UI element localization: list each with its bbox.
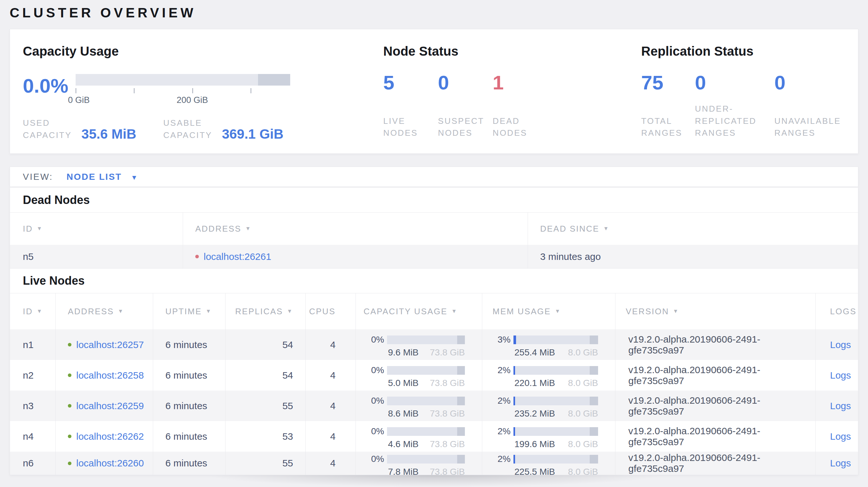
node-address-link[interactable]: localhost:26257 <box>76 339 144 350</box>
capacity-total: 73.8 GiB <box>430 378 465 388</box>
dead-nodes-label: NODES <box>493 127 547 139</box>
mem-total: 8.0 GiB <box>568 409 598 419</box>
node-replicas: 53 <box>225 421 305 452</box>
node-id: n3 <box>10 390 55 421</box>
node-mem-usage: 3% 255.4 MiB 8.0 GiB <box>482 329 615 360</box>
live-status-dot-icon <box>68 343 71 347</box>
node-address-link[interactable]: localhost:26258 <box>76 370 144 381</box>
dead-node-dead-since: 3 minutes ago <box>528 245 858 268</box>
sort-icon: ▼ <box>287 308 293 315</box>
node-replicas: 55 <box>225 452 305 475</box>
live-status-dot-icon <box>68 434 71 438</box>
node-logs-cell: Logs <box>815 390 858 421</box>
cluster-summary-card: Capacity Usage 0.0% 0 GiB 200 GiB <box>10 29 858 154</box>
total-ranges-label: RANGES <box>641 127 695 139</box>
node-capacity-usage: 0% 9.6 MiB 73.8 GiB <box>355 329 482 360</box>
node-version: v19.2.0-alpha.20190606-2491-gfe735c9a97 <box>615 360 815 390</box>
logs-link[interactable]: Logs <box>830 458 851 469</box>
node-address-link[interactable]: localhost:26260 <box>76 458 144 469</box>
total-ranges-count: 75 <box>641 73 695 93</box>
used-capacity-label: CAPACITY <box>23 129 72 141</box>
dead-col-header-id[interactable]: ID ▼ <box>10 213 183 245</box>
node-logs-cell: Logs <box>815 329 858 360</box>
node-logs-cell: Logs <box>815 360 858 390</box>
mem-used: 220.1 MiB <box>515 378 555 388</box>
dropdown-caret-icon[interactable]: ▼ <box>131 174 138 182</box>
node-address-cell: localhost:26262 <box>55 421 153 452</box>
capacity-percent: 0% <box>362 334 384 345</box>
capacity-percent: 0% <box>362 426 384 436</box>
node-address-cell: localhost:26260 <box>55 452 153 475</box>
dead-col-header-address[interactable]: ADDRESS ▼ <box>183 213 528 245</box>
view-dropdown[interactable]: NODE LIST <box>67 172 122 182</box>
live-col-header-cpus[interactable]: CPUS <box>305 293 355 329</box>
axis-tick <box>251 88 251 93</box>
dead-col-header-dead-since[interactable]: DEAD SINCE ▼ <box>528 213 858 245</box>
capacity-bar <box>387 335 465 344</box>
capacity-total: 73.8 GiB <box>430 467 465 477</box>
node-status-title: Node Status <box>383 44 641 59</box>
mem-bar <box>514 335 598 344</box>
node-capacity-usage: 0% 7.8 MiB 73.8 GiB <box>355 452 482 475</box>
live-nodes-label: LIVE <box>383 115 438 127</box>
node-address-cell: localhost:26258 <box>55 360 153 390</box>
capacity-bar <box>387 455 465 463</box>
dead-node-id: n5 <box>10 245 183 268</box>
node-version: v19.2.0-alpha.20190606-2491-gfe735c9a97 <box>615 452 815 475</box>
node-version: v19.2.0-alpha.20190606-2491-gfe735c9a97 <box>615 390 815 421</box>
under-replicated-ranges-label: RANGES <box>695 127 774 139</box>
capacity-bar <box>387 366 465 375</box>
mem-percent: 2% <box>489 396 510 406</box>
unavailable-ranges-stat: 0 UNAVAILABLE RANGES <box>774 59 845 154</box>
mem-percent: 2% <box>489 454 510 464</box>
live-status-dot-icon <box>68 374 71 377</box>
mem-percent: 2% <box>489 426 510 436</box>
logs-link[interactable]: Logs <box>830 339 851 350</box>
mem-total: 8.0 GiB <box>568 347 598 358</box>
sort-icon: ▼ <box>555 308 561 315</box>
suspect-nodes-label: SUSPECT <box>438 115 493 127</box>
mem-total: 8.0 GiB <box>568 439 598 449</box>
usable-capacity-value: 369.1 GiB <box>222 126 283 142</box>
node-status-panel: Node Status 5 LIVE NODES 0 SUSPECT NODES <box>383 29 641 154</box>
live-col-header-capacity-usage[interactable]: CAPACITY USAGE ▼ <box>355 293 482 329</box>
usable-capacity-label: USABLE <box>163 117 212 129</box>
capacity-percent: 0% <box>362 396 384 406</box>
dead-node-address-link[interactable]: localhost:26261 <box>204 251 271 262</box>
logs-link[interactable]: Logs <box>830 431 851 442</box>
live-col-header-mem-usage[interactable]: MEM USAGE ▼ <box>482 293 615 329</box>
live-col-header-version[interactable]: VERSION ▼ <box>615 293 815 329</box>
mem-used: 255.4 MiB <box>515 347 555 358</box>
node-cpus: 4 <box>305 360 355 390</box>
node-uptime: 6 minutes <box>153 329 225 360</box>
node-address-link[interactable]: localhost:26259 <box>76 400 144 412</box>
total-ranges-label: TOTAL <box>641 115 695 127</box>
node-uptime: 6 minutes <box>153 421 225 452</box>
under-replicated-ranges-count: 0 <box>695 73 774 93</box>
node-mem-usage: 2% 199.6 MiB 8.0 GiB <box>482 421 615 452</box>
live-col-header-replicas[interactable]: REPLICAS ▼ <box>225 293 305 329</box>
logs-link[interactable]: Logs <box>830 370 851 381</box>
capacity-used: 8.6 MiB <box>388 409 418 419</box>
logs-link[interactable]: Logs <box>830 400 851 412</box>
live-col-header-address[interactable]: ADDRESS ▼ <box>55 293 153 329</box>
capacity-total: 73.8 GiB <box>430 409 465 419</box>
view-selector-bar: VIEW: NODE LIST ▼ <box>10 167 858 187</box>
node-cpus: 4 <box>305 421 355 452</box>
node-mem-usage: 2% 225.5 MiB 8.0 GiB <box>482 452 615 475</box>
node-mem-usage: 2% 220.1 MiB 8.0 GiB <box>482 360 615 390</box>
live-col-header-id[interactable]: ID ▼ <box>10 293 55 329</box>
capacity-usage-title: Capacity Usage <box>23 44 383 59</box>
sort-icon: ▼ <box>673 308 679 315</box>
unavailable-ranges-label: UNAVAILABLE <box>774 115 845 127</box>
capacity-used: 9.6 MiB <box>388 347 418 358</box>
live-col-header-logs: LOGS <box>815 293 858 329</box>
node-id: n4 <box>10 421 55 452</box>
node-uptime: 6 minutes <box>153 452 225 475</box>
live-status-dot-icon <box>68 404 71 408</box>
axis-tick <box>75 88 76 93</box>
node-address-link[interactable]: localhost:26262 <box>76 431 144 442</box>
live-col-header-uptime[interactable]: UPTIME ▼ <box>153 293 225 329</box>
mem-bar <box>514 455 598 463</box>
live-nodes-stat: 5 LIVE NODES <box>383 59 438 154</box>
